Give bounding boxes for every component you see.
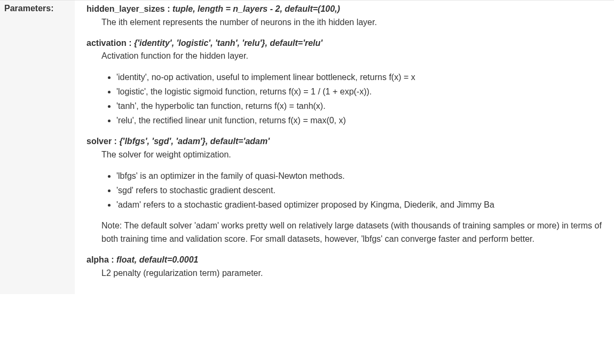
param-header: hidden_layer_sizes : tuple, length = n_l… — [86, 3, 603, 16]
param-name: alpha — [86, 255, 109, 264]
param-hidden-layer-sizes: hidden_layer_sizes : tuple, length = n_l… — [86, 3, 603, 29]
param-desc: The ith element represents the number of… — [101, 16, 603, 29]
parameters-label: Parameters: — [0, 1, 75, 13]
param-note: Note: The default solver 'adam' works pr… — [101, 219, 603, 246]
list-item: 'sgd' refers to stochastic gradient desc… — [116, 184, 603, 198]
param-name: solver — [86, 137, 112, 146]
list-item: 'relu', the rectified linear unit functi… — [116, 114, 603, 128]
param-type: {'lbfgs', 'sgd', 'adam'}, default='adam' — [119, 137, 270, 146]
param-type: tuple, length = n_layers - 2, default=(1… — [172, 4, 340, 13]
param-name: hidden_layer_sizes — [86, 4, 165, 13]
param-desc: Activation function for the hidden layer… — [101, 50, 603, 63]
list-item: 'lbfgs' is an optimizer in the family of… — [116, 169, 603, 184]
param-solver: solver : {'lbfgs', 'sgd', 'adam'}, defau… — [86, 135, 603, 246]
parameters-table: Parameters: hidden_layer_sizes : tuple, … — [0, 0, 614, 294]
param-colon: : — [111, 255, 116, 264]
param-colon: : — [114, 137, 120, 146]
param-options: 'identity', no-op activation, useful to … — [106, 70, 603, 128]
list-item: 'identity', no-op activation, useful to … — [116, 70, 603, 85]
list-item: 'adam' refers to a stochastic gradient-b… — [116, 198, 603, 212]
param-desc: The solver for weight optimization. — [101, 148, 603, 162]
param-colon: : — [129, 38, 134, 48]
param-header: alpha : float, default=0.0001 — [86, 254, 603, 267]
param-desc: L2 penalty (regularization term) paramet… — [101, 267, 603, 280]
param-options: 'lbfgs' is an optimizer in the family of… — [106, 169, 603, 212]
param-type: float, default=0.0001 — [116, 255, 198, 264]
param-name: activation — [86, 38, 127, 48]
param-activation: activation : {'identity', 'logistic', 't… — [86, 37, 603, 128]
param-alpha: alpha : float, default=0.0001 L2 penalty… — [86, 254, 603, 280]
param-type: {'identity', 'logistic', 'tanh', 'relu'}… — [134, 38, 322, 48]
param-header: solver : {'lbfgs', 'sgd', 'adam'}, defau… — [86, 135, 603, 148]
list-item: 'logistic', the logistic sigmoid functio… — [116, 85, 603, 99]
parameters-body: hidden_layer_sizes : tuple, length = n_l… — [75, 1, 614, 294]
param-header: activation : {'identity', 'logistic', 't… — [86, 37, 603, 50]
list-item: 'tanh', the hyperbolic tan function, ret… — [116, 99, 603, 114]
param-colon: : — [167, 4, 172, 13]
